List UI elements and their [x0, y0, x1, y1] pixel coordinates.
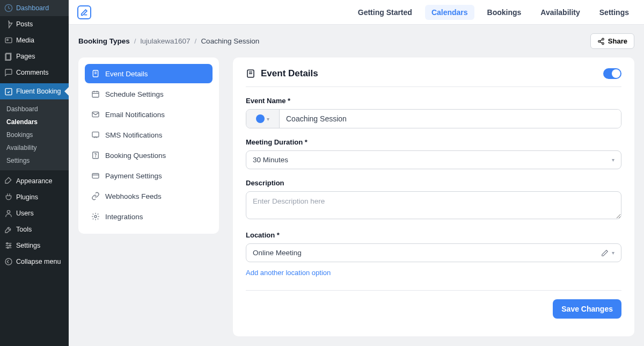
- breadcrumb-middle[interactable]: lujulakewa1607: [141, 37, 191, 45]
- svg-rect-0: [5, 38, 12, 42]
- sidebar-item-settings[interactable]: Settings: [0, 237, 69, 254]
- sidebar-item-comments[interactable]: Comments: [0, 64, 69, 81]
- settings-nav-label: Webhooks Feeds: [105, 192, 162, 200]
- chevron-down-icon: ▾: [612, 157, 614, 163]
- svg-point-1: [7, 39, 9, 41]
- sidebar-item-label: Dashboard: [16, 4, 49, 12]
- sidebar-item-label: Posts: [16, 20, 33, 28]
- settings-nav-card: Event DetailsSchedule SettingsEmail Noti…: [78, 57, 219, 234]
- sidebar-item-collapse-menu[interactable]: Collapse menu: [0, 254, 69, 270]
- top-nav: Getting StartedCalendarsBookingsAvailabi…: [69, 0, 644, 25]
- sidebar-subitem-calendars[interactable]: Calendars: [0, 116, 69, 128]
- breadcrumb: Booking Types / lujulakewa1607 / Coachin…: [78, 37, 259, 45]
- breadcrumb-bar: Booking Types / lujulakewa1607 / Coachin…: [69, 25, 644, 57]
- svg-point-14: [598, 40, 601, 42]
- event-name-label: Event Name *: [246, 97, 621, 105]
- breadcrumb-root[interactable]: Booking Types: [78, 37, 130, 45]
- main-area: Getting StartedCalendarsBookingsAvailabi…: [69, 0, 644, 346]
- sidebar-subitem-bookings[interactable]: Bookings: [0, 128, 69, 141]
- event-details-panel: Event Details Event Name * ▾ Meeting Dur…: [233, 57, 634, 336]
- sidebar-item-media[interactable]: Media: [0, 32, 69, 48]
- sidebar-subitem-settings[interactable]: Settings: [0, 154, 69, 167]
- breadcrumb-current: Coaching Session: [201, 37, 259, 45]
- chevron-down-icon: ▾: [612, 250, 614, 256]
- svg-rect-4: [5, 89, 12, 95]
- plug-icon: [4, 193, 13, 201]
- settings-nav-booking-questions[interactable]: Booking Questions: [85, 146, 213, 165]
- svg-rect-21: [92, 91, 99, 97]
- sidebar-item-posts[interactable]: Posts: [0, 16, 69, 32]
- add-location-link[interactable]: Add another location option: [246, 269, 331, 277]
- sidebar-item-label: Pages: [16, 53, 35, 60]
- save-button[interactable]: Save Changes: [553, 299, 621, 319]
- pencil-icon: [601, 249, 609, 257]
- settings-nav-sms-notifications[interactable]: SMS Notifications: [85, 125, 213, 145]
- description-textarea[interactable]: [246, 191, 621, 219]
- pin-icon: [4, 20, 13, 28]
- location-label: Location *: [246, 231, 621, 239]
- sidebar-item-label: Comments: [16, 69, 48, 76]
- sidebar-item-label: Plugins: [16, 193, 38, 201]
- media-icon: [4, 36, 13, 45]
- location-row[interactable]: Online Meeting ▾: [246, 243, 621, 262]
- sidebar-item-users[interactable]: Users: [0, 205, 69, 221]
- event-color-picker[interactable]: ▾: [246, 110, 280, 128]
- share-button-label: Share: [608, 37, 627, 45]
- tab-calendars[interactable]: Calendars: [425, 5, 474, 20]
- svg-point-31: [94, 215, 97, 218]
- sidebar-item-dashboard[interactable]: Dashboard: [0, 0, 69, 16]
- svg-point-12: [5, 258, 12, 265]
- calendar-check-icon: [4, 87, 13, 96]
- duration-label: Meeting Duration *: [246, 138, 621, 146]
- sidebar-item-appearance[interactable]: Appearance: [0, 173, 69, 189]
- description-label: Description: [246, 179, 621, 187]
- settings-nav-label: Booking Questions: [105, 152, 166, 160]
- sidebar-submenu: DashboardCalendarsBookingsAvailabilitySe…: [0, 99, 69, 170]
- svg-point-5: [7, 211, 10, 213]
- event-name-input[interactable]: [280, 110, 621, 128]
- tab-bookings[interactable]: Bookings: [481, 5, 528, 20]
- settings-nav-label: Schedule Settings: [105, 90, 164, 98]
- link-icon: [91, 192, 100, 200]
- sms-icon: [91, 131, 100, 139]
- settings-nav-label: Email Notifications: [105, 111, 165, 119]
- wp-admin-sidebar: DashboardPostsMediaPagesComments Fluent …: [0, 0, 69, 346]
- sidebar-item-label: Fluent Booking: [16, 88, 61, 95]
- svg-rect-26: [92, 132, 99, 137]
- sidebar-subitem-dashboard[interactable]: Dashboard: [0, 103, 69, 116]
- tab-getting-started[interactable]: Getting Started: [352, 5, 419, 20]
- gear-icon: [91, 212, 100, 221]
- app-logo: [77, 5, 91, 19]
- doc-icon: [91, 69, 100, 78]
- share-button[interactable]: Share: [590, 33, 634, 49]
- gauge-icon: [4, 4, 13, 12]
- sidebar-item-fluent-booking[interactable]: Fluent Booking: [0, 83, 69, 99]
- sidebar-item-tools[interactable]: Tools: [0, 221, 69, 237]
- settings-nav-event-details[interactable]: Event Details: [85, 64, 213, 83]
- sidebar-item-pages[interactable]: Pages: [0, 48, 69, 64]
- collapse-icon: [4, 257, 13, 266]
- color-dot: [256, 114, 265, 123]
- settings-nav-integrations[interactable]: Integrations: [85, 207, 213, 226]
- tab-settings[interactable]: Settings: [593, 5, 635, 20]
- settings-nav-payment-settings[interactable]: Payment Settings: [85, 166, 213, 185]
- sidebar-item-label: Tools: [16, 226, 32, 233]
- user-icon: [4, 209, 13, 218]
- sidebar-item-plugins[interactable]: Plugins: [0, 189, 69, 205]
- separator: /: [134, 37, 136, 45]
- duration-select[interactable]: 30 Minutes ▾: [246, 150, 621, 169]
- panel-title: Event Details: [246, 68, 318, 79]
- settings-nav-schedule-settings[interactable]: Schedule Settings: [85, 84, 213, 104]
- settings-nav-email-notifications[interactable]: Email Notifications: [85, 105, 213, 124]
- share-icon: [597, 38, 605, 45]
- sidebar-item-label: Media: [16, 37, 34, 44]
- enable-toggle[interactable]: [603, 68, 621, 79]
- duration-value: 30 Minutes: [253, 156, 288, 164]
- tab-availability[interactable]: Availability: [534, 5, 586, 20]
- pencil-icon: [80, 9, 88, 16]
- separator: /: [195, 37, 197, 45]
- wrench-icon: [4, 225, 13, 234]
- settings-nav-webhooks-feeds[interactable]: Webhooks Feeds: [85, 186, 213, 206]
- mail-icon: [91, 110, 100, 119]
- sidebar-subitem-availability[interactable]: Availability: [0, 141, 69, 154]
